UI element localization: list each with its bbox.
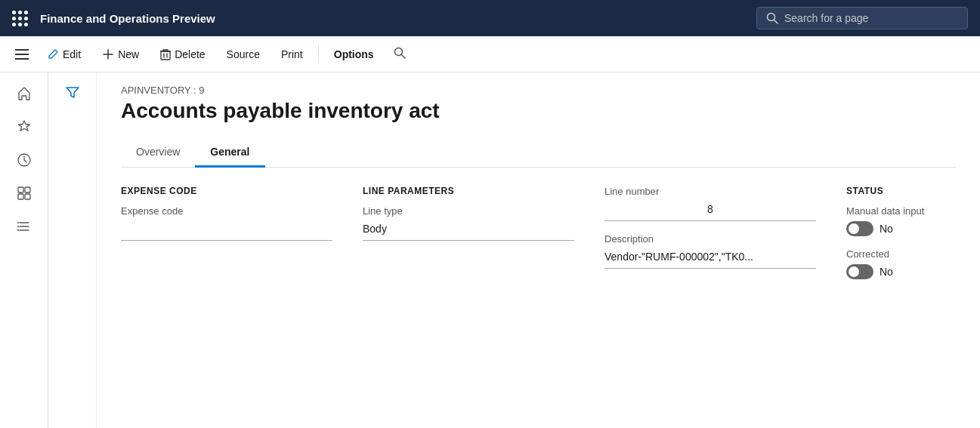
search-bar[interactable]: Search for a page: [756, 7, 968, 29]
manual-data-input-label: Manual data input: [846, 205, 956, 217]
description-label: Description: [604, 233, 816, 245]
grid-icon: [17, 186, 32, 201]
sidebar-item-history[interactable]: [9, 145, 39, 175]
expense-code-value[interactable]: [121, 220, 332, 241]
svg-rect-9: [25, 194, 30, 199]
line-number-label: Line number: [604, 186, 816, 197]
svg-line-4: [401, 55, 405, 59]
hamburger-button[interactable]: [9, 43, 35, 66]
form-grid: EXPENSE CODE Expense code LINE PARAMETER…: [121, 186, 956, 291]
corrected-toggle-row: No: [846, 264, 956, 279]
expense-code-field: Expense code: [121, 205, 332, 241]
app-title: Finance and Operations Preview: [40, 12, 744, 25]
form-area: APINVENTORY : 9 Accounts payable invento…: [97, 72, 980, 428]
line-parameters-section: LINE PARAMETERS Line type Body: [363, 186, 574, 291]
delete-button[interactable]: Delete: [151, 44, 214, 65]
toolbar: Edit New Delete Source Print Options: [0, 36, 980, 72]
line-parameters-header: LINE PARAMETERS: [363, 186, 574, 196]
status-header: STATUS: [846, 186, 956, 196]
main-layout: APINVENTORY : 9 Accounts payable invento…: [0, 72, 980, 428]
app-launcher-icon[interactable]: [12, 11, 28, 26]
line-number-value[interactable]: 8: [604, 200, 816, 221]
filter-icon[interactable]: [65, 85, 80, 416]
line-type-field: Line type Body: [363, 205, 574, 241]
manual-data-input-toggle[interactable]: [846, 221, 873, 236]
manual-data-input-toggle-row: No: [846, 221, 956, 236]
corrected-toggle[interactable]: [846, 264, 873, 279]
plus-icon: [102, 48, 114, 60]
print-button[interactable]: Print: [272, 44, 312, 65]
home-icon: [17, 86, 32, 101]
description-value[interactable]: Vendor-"RUMF-000002","TK0...: [604, 248, 816, 269]
svg-point-10: [17, 222, 19, 223]
top-bar: Finance and Operations Preview Search fo…: [0, 0, 980, 36]
corrected-field: Corrected No: [846, 248, 956, 279]
sidebar-item-favorites[interactable]: [9, 112, 39, 142]
svg-rect-6: [18, 187, 23, 192]
line-number-section: Line number 8 Description Vendor-"RUMF-0…: [604, 186, 816, 291]
svg-point-12: [17, 229, 19, 231]
expense-code-section: EXPENSE CODE Expense code: [121, 186, 332, 291]
toolbar-separator: [318, 45, 319, 63]
tab-overview[interactable]: Overview: [121, 138, 195, 168]
options-button[interactable]: Options: [325, 44, 383, 65]
expense-code-header: EXPENSE CODE: [121, 186, 332, 196]
new-button[interactable]: New: [93, 44, 148, 65]
description-field: Description Vendor-"RUMF-000002","TK0...: [604, 233, 816, 269]
svg-line-1: [774, 20, 778, 24]
search-icon: [766, 12, 778, 24]
expense-code-label: Expense code: [121, 205, 332, 217]
content-area: APINVENTORY : 9 Accounts payable invento…: [48, 72, 980, 428]
edit-icon: [47, 48, 59, 60]
clock-icon: [17, 152, 32, 168]
record-id: APINVENTORY : 9: [121, 85, 956, 96]
filter-column: [48, 72, 97, 428]
manual-data-input-value: No: [880, 223, 893, 235]
toolbar-search-button[interactable]: [386, 42, 413, 66]
line-type-label: Line type: [363, 205, 574, 217]
corrected-value: No: [880, 266, 893, 278]
status-section: STATUS Manual data input No Corrected No: [846, 186, 956, 291]
toolbar-search-icon: [394, 47, 406, 59]
page-title: Accounts payable inventory act: [121, 99, 956, 123]
line-number-field: Line number 8: [604, 186, 816, 221]
edit-button[interactable]: Edit: [38, 44, 90, 65]
sidebar: [0, 72, 48, 428]
svg-rect-2: [161, 51, 170, 60]
search-placeholder: Search for a page: [784, 12, 868, 24]
svg-rect-8: [18, 194, 23, 199]
list-icon: [17, 219, 32, 234]
svg-rect-7: [25, 187, 30, 192]
delete-icon: [160, 48, 171, 60]
sidebar-item-home[interactable]: [9, 79, 39, 109]
sidebar-item-list[interactable]: [9, 211, 39, 242]
tab-general[interactable]: General: [195, 138, 264, 168]
sidebar-item-modules[interactable]: [9, 178, 39, 208]
line-type-value[interactable]: Body: [363, 220, 574, 241]
svg-point-11: [17, 226, 19, 227]
source-button[interactable]: Source: [218, 44, 269, 65]
tab-bar: Overview General: [121, 138, 956, 168]
corrected-label: Corrected: [846, 248, 956, 260]
star-icon: [17, 119, 32, 134]
manual-data-input-field: Manual data input No: [846, 205, 956, 236]
